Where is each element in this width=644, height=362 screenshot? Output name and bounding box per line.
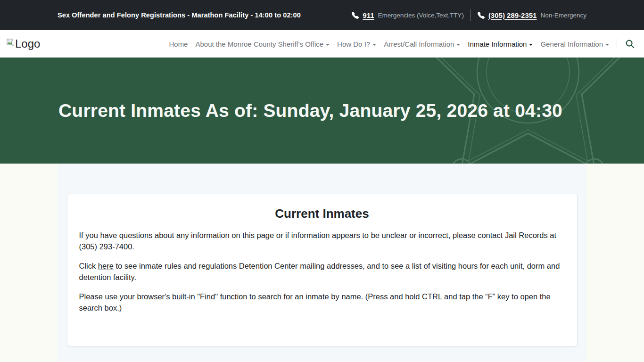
logo-link[interactable]: Logo — [6, 37, 40, 51]
nav-item-label: How Do I? — [337, 40, 370, 48]
rules-paragraph-post: to see inmate rules and regulations Dete… — [79, 262, 560, 281]
nav-item-label: Arrest/Call Information — [384, 40, 454, 48]
here-link[interactable]: here — [98, 262, 114, 270]
nav-item-how-do-i[interactable]: How Do I? — [333, 36, 380, 52]
topbar-divider — [471, 9, 471, 21]
chevron-down-icon — [605, 44, 609, 46]
emergency-label: Emergencies (Voice,Text,TTY) — [378, 12, 464, 19]
nav-item-label: About the Monroe County Sheriff's Office — [195, 40, 323, 48]
emergency-number-link[interactable]: 911 — [363, 11, 374, 19]
non-emergency-label: Non-Emergency — [540, 12, 586, 19]
page-title: Current Inmates As of: Sunday, January 2… — [0, 100, 562, 121]
emergency-contact: 911 Emergencies (Voice,Text,TTY) — [352, 11, 464, 19]
nav-item-about[interactable]: About the Monroe County Sheriff's Office — [191, 36, 333, 52]
search-icon — [625, 39, 635, 49]
find-instructions-paragraph: Please use your browser's built-in "Find… — [79, 291, 565, 313]
logo-alt-text: Logo — [15, 37, 40, 51]
contact-info-paragraph: If you have questions about any informat… — [79, 230, 565, 252]
top-utility-bar: Sex Offender and Felony Registrations - … — [0, 0, 644, 30]
chevron-down-icon — [529, 44, 533, 46]
phone-contacts: 911 Emergencies (Voice,Text,TTY) (305) 2… — [352, 9, 586, 21]
registration-announcement: Sex Offender and Felony Registrations - … — [58, 11, 301, 19]
nav-links: Home About the Monroe County Sheriff's O… — [165, 36, 638, 52]
hero-banner: Current Inmates As of: Sunday, January 2… — [0, 58, 644, 164]
nav-item-label: Home — [169, 40, 188, 48]
nav-item-label: General Information — [540, 40, 603, 48]
nav-item-label: Inmate Information — [468, 40, 527, 48]
nav-divider — [617, 38, 617, 49]
nav-item-home[interactable]: Home — [165, 36, 191, 52]
chevron-down-icon — [326, 44, 330, 46]
rules-paragraph-pre: Click — [79, 262, 98, 270]
phone-icon — [478, 12, 485, 19]
nav-item-arrest-call-information[interactable]: Arrest/Call Information — [380, 36, 464, 52]
phone-icon — [352, 12, 359, 19]
chevron-down-icon — [372, 44, 376, 46]
non-emergency-number-link[interactable]: (305) 289-2351 — [488, 11, 537, 19]
nav-item-inmate-information[interactable]: Inmate Information — [464, 36, 537, 52]
main-navbar: Logo Home About the Monroe County Sherif… — [0, 30, 644, 58]
card-title: Current Inmates — [79, 206, 565, 221]
content-column: Current Inmates If you have questions ab… — [58, 164, 586, 362]
search-button[interactable] — [622, 37, 638, 51]
non-emergency-contact: (305) 289-2351 Non-Emergency — [478, 11, 586, 19]
rules-paragraph: Click here to see inmate rules and regul… — [79, 260, 565, 283]
broken-image-icon — [6, 38, 15, 47]
current-inmates-card: Current Inmates If you have questions ab… — [67, 194, 578, 346]
nav-item-general-information[interactable]: General Information — [537, 36, 613, 52]
chevron-down-icon — [456, 44, 460, 46]
main-content-area: Current Inmates If you have questions ab… — [0, 164, 644, 362]
